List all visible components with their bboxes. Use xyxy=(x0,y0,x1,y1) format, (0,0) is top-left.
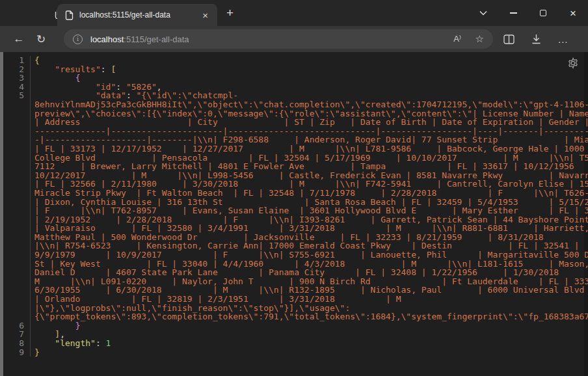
code-line-text: "data": "{\"id\":\"chatcmpl-8ehnviYlnmAD… xyxy=(31,91,588,321)
code-line-text: "results": [ xyxy=(31,65,583,74)
url-input[interactable]: localhost:5115/get-all-data xyxy=(90,34,453,44)
line-number: 5 xyxy=(3,91,31,321)
window-controls: × xyxy=(468,0,588,26)
toolbar-right-icons: ... xyxy=(503,34,568,45)
browser-tab[interactable]: localhost:5115/get-all-data × xyxy=(57,4,217,26)
code-line: 2 "results": [ xyxy=(3,65,583,74)
line-number: 9 xyxy=(3,348,31,357)
line-number: 7 xyxy=(3,330,31,339)
split-screen-icon[interactable] xyxy=(503,34,514,44)
browser-window: localhost:5115/get-all-data × + × ← ↻ i … xyxy=(0,0,588,376)
page-icon xyxy=(65,10,74,20)
code-line-text: "length": 1 xyxy=(31,339,583,348)
code-line-text: "id": "5826", xyxy=(31,83,583,92)
new-tab-button[interactable]: + xyxy=(226,7,234,19)
code-line: 5 "data": "{\"id\":\"chatcmpl-8ehnviYlnm… xyxy=(3,91,583,321)
line-number: 2 xyxy=(3,65,31,74)
code-line: 7 ], xyxy=(3,330,583,339)
profile-avatar[interactable] xyxy=(17,5,35,23)
code-line: 9} xyxy=(3,348,583,357)
line-number: 3 xyxy=(3,74,31,83)
url-host: localhost xyxy=(90,34,124,44)
read-aloud-icon[interactable]: A) xyxy=(453,34,461,44)
favorite-star-icon[interactable]: ☆ xyxy=(475,33,484,45)
line-number: 4 xyxy=(3,83,31,92)
line-number: 6 xyxy=(3,321,31,330)
code-area: 1{2 "results": [3 {4 "id": "5826",5 "dat… xyxy=(3,56,583,356)
code-line-text: { xyxy=(31,74,583,83)
line-number: 1 xyxy=(3,56,31,65)
maximize-button[interactable] xyxy=(528,0,558,26)
code-line: 8 "length": 1 xyxy=(3,339,583,348)
code-line: 1{ xyxy=(3,56,583,65)
tab-close-icon[interactable]: × xyxy=(200,10,211,20)
settings-menu-icon[interactable]: ... xyxy=(558,34,568,45)
address-bar[interactable]: i localhost:5115/get-all-data A) ☆ xyxy=(64,29,493,49)
minimize-button[interactable] xyxy=(498,0,528,26)
site-info-icon[interactable]: i xyxy=(73,34,83,44)
line-number: 8 xyxy=(3,339,31,348)
code-line: 3 { xyxy=(3,74,583,83)
code-line-text: } xyxy=(31,348,583,357)
download-icon[interactable] xyxy=(531,34,541,44)
close-button[interactable]: × xyxy=(558,0,588,26)
code-line-text: { xyxy=(31,56,583,65)
minimize-icon xyxy=(510,12,517,13)
page-content: 1{2 "results": [3 {4 "id": "5826",5 "dat… xyxy=(0,52,588,376)
maximize-icon xyxy=(540,10,546,16)
code-line: 6 } xyxy=(3,321,583,330)
url-path: :5115/get-all-data xyxy=(124,34,189,44)
toolbar: ← ↻ i localhost:5115/get-all-data A) ☆ xyxy=(0,26,588,52)
titlebar: localhost:5115/get-all-data × + × xyxy=(0,0,588,26)
code-line: 4 "id": "5826", xyxy=(3,83,583,92)
refresh-button[interactable]: ↻ xyxy=(30,33,52,46)
gear-icon[interactable] xyxy=(567,57,579,69)
back-button[interactable]: ← xyxy=(8,33,30,46)
tab-title: localhost:5115/get-all-data xyxy=(79,10,200,20)
tab-actions-chevron-icon[interactable] xyxy=(468,0,498,26)
code-line-text: ], xyxy=(31,330,583,339)
code-line-text: } xyxy=(31,321,583,330)
